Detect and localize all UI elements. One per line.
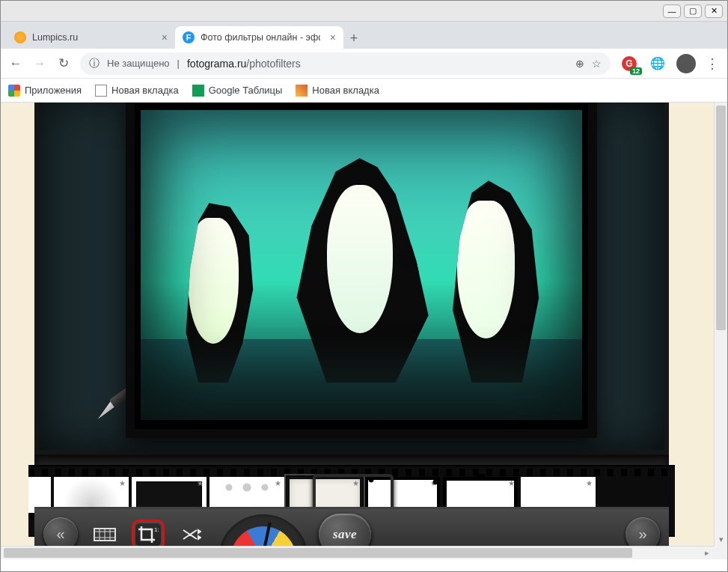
bookmarks-bar: Приложения Новая вкладка Google Таблицы … xyxy=(1,79,727,103)
page-content: ed ★Dirt ★Film ★Flowery ★Ground ★Grunge … xyxy=(1,103,727,559)
scroll-right-icon[interactable]: ▸ xyxy=(700,547,714,559)
scroll-thumb[interactable] xyxy=(4,548,632,558)
star-icon: ★ xyxy=(197,479,204,487)
bookmark-sheets[interactable]: Google Таблицы xyxy=(192,85,283,97)
bookmark-label: Google Таблицы xyxy=(209,85,283,96)
crop-icon: 1:1 xyxy=(137,525,159,544)
preview-image[interactable] xyxy=(141,110,582,420)
image-icon xyxy=(296,85,308,97)
separator: | xyxy=(177,58,180,69)
star-icon: ★ xyxy=(508,479,515,487)
tab-title: Фото фильтры онлайн - эффекты xyxy=(201,32,320,43)
apps-icon xyxy=(8,85,20,97)
star-icon: ★ xyxy=(430,479,437,487)
star-icon: ★ xyxy=(586,479,593,487)
window-minimize-button[interactable]: — xyxy=(663,4,681,18)
shuffle-icon xyxy=(182,526,201,544)
close-icon[interactable]: × xyxy=(162,31,168,43)
bookmark-label: Новая вкладка xyxy=(111,85,179,96)
horizontal-scrollbar[interactable]: ▸ xyxy=(1,546,714,559)
toolbar: ← → ↻ ⓘ Не защищено | fotograma.ru/photo… xyxy=(1,49,727,79)
profile-avatar[interactable] xyxy=(676,54,696,73)
bottom-panel: ed ★Dirt ★Film ★Flowery ★Ground ★Grunge … xyxy=(34,454,669,559)
bookmark-apps[interactable]: Приложения xyxy=(8,85,82,97)
tab-lumpics[interactable]: Lumpics.ru × xyxy=(7,26,175,49)
url-path: /photofilters xyxy=(246,58,300,70)
search-icon[interactable]: ⊕ xyxy=(575,58,584,70)
new-tab-button[interactable]: + xyxy=(343,28,364,49)
favicon-icon xyxy=(14,31,26,43)
penguin-3 xyxy=(436,180,556,383)
star-icon: ★ xyxy=(119,479,126,487)
crop-ratio-label: 1:1 xyxy=(154,526,159,533)
star-icon: ★ xyxy=(275,479,281,487)
ext-badge-count: 12 xyxy=(630,67,642,75)
scroll-thumb[interactable] xyxy=(716,106,726,330)
reload-button[interactable]: ↻ xyxy=(56,56,71,71)
bookmark-newtab-1[interactable]: Новая вкладка xyxy=(95,85,179,97)
globe-icon[interactable]: 🌐 xyxy=(648,54,667,73)
page-icon xyxy=(95,85,107,97)
cutting-mat xyxy=(34,103,669,454)
window-titlebar: — ▢ ✕ xyxy=(1,1,727,22)
window-close-button[interactable]: ✕ xyxy=(705,4,723,18)
penguin-1 xyxy=(167,203,272,383)
close-icon[interactable]: × xyxy=(330,31,336,43)
crop-button[interactable]: 1:1 xyxy=(132,520,165,550)
photo-editor-app: ed ★Dirt ★Film ★Flowery ★Ground ★Grunge … xyxy=(34,103,669,559)
forward-button[interactable]: → xyxy=(32,56,47,71)
vertical-scrollbar[interactable]: ▾ xyxy=(714,103,727,546)
bookmark-newtab-2[interactable]: Новая вкладка xyxy=(296,85,379,97)
filmroll-button[interactable] xyxy=(88,520,121,550)
extension-badge-icon[interactable]: G 12 xyxy=(620,54,639,73)
tab-fotograma[interactable]: F Фото фильтры онлайн - эффекты × xyxy=(175,26,343,49)
tab-strip: Lumpics.ru × F Фото фильтры онлайн - эфф… xyxy=(1,22,727,49)
security-label: Не защищено xyxy=(107,58,170,69)
penguin-2 xyxy=(291,158,441,383)
favicon-icon: F xyxy=(183,31,195,43)
scroll-down-icon[interactable]: ▾ xyxy=(715,532,727,546)
filmroll-icon xyxy=(94,526,116,544)
info-icon: ⓘ xyxy=(89,57,100,70)
shuffle-button[interactable] xyxy=(175,520,208,550)
photo-frame xyxy=(126,103,597,438)
menu-button[interactable]: ⋮ xyxy=(705,55,720,72)
sheets-icon xyxy=(192,85,204,97)
star-icon[interactable]: ☆ xyxy=(592,58,602,70)
tab-title: Lumpics.ru xyxy=(32,32,78,43)
bookmark-label: Приложения xyxy=(25,85,82,96)
url-host: fotograma.ru xyxy=(187,58,246,70)
scroll-corner xyxy=(714,546,727,559)
url-text: fotograma.ru/photofilters xyxy=(187,58,301,70)
window-maximize-button[interactable]: ▢ xyxy=(684,4,702,18)
bookmark-label: Новая вкладка xyxy=(312,85,379,96)
back-button[interactable]: ← xyxy=(8,56,23,71)
address-bar[interactable]: ⓘ Не защищено | fotograma.ru/photofilter… xyxy=(80,52,611,75)
